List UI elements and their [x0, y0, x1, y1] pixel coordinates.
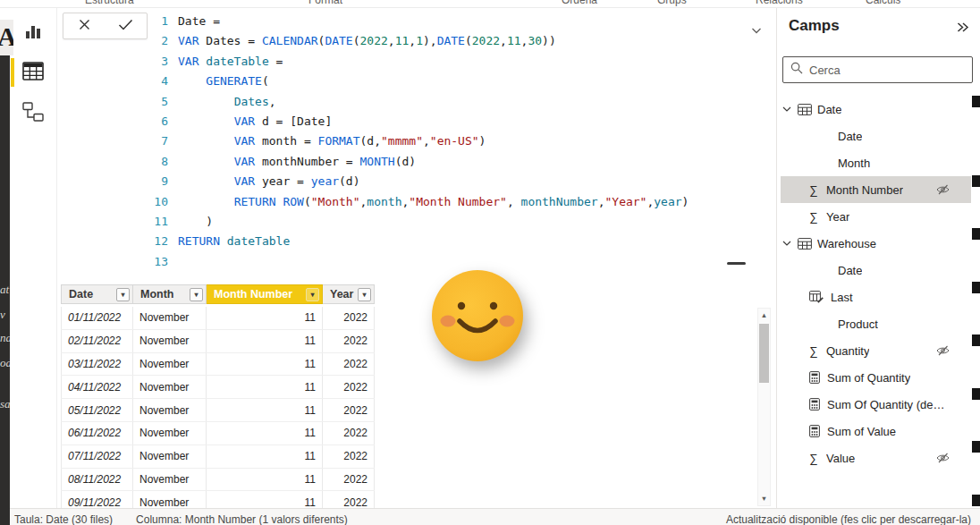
commit-button[interactable] — [106, 13, 148, 38]
field-item-value[interactable]: ∑Value — [781, 445, 971, 471]
table-cell: 11 — [207, 491, 323, 508]
search-input[interactable] — [809, 64, 967, 77]
status-table-info: Taula: Date (30 files) — [14, 513, 113, 525]
table-cell: 11 — [207, 445, 323, 468]
chevron-down-icon[interactable] — [751, 21, 762, 38]
line-number: 5 — [150, 92, 168, 112]
chevron-down-icon[interactable] — [782, 106, 793, 112]
field-item-year[interactable]: ∑Year — [781, 203, 971, 230]
table-cell: 11 — [207, 469, 323, 491]
table-body: 01/11/2022November11202202/11/2022Novemb… — [61, 307, 383, 508]
dax-editor[interactable]: 1Date =2VAR Dates = CALENDAR(DATE(2022,1… — [150, 12, 753, 271]
field-item-product[interactable]: Product — [781, 310, 971, 337]
indent — [781, 136, 838, 137]
table-row[interactable]: 09/11/2022November112022 — [61, 491, 375, 508]
line-number: 8 — [150, 152, 168, 172]
field-label: Quantity — [826, 344, 869, 358]
background-edge-mark — [972, 175, 980, 187]
field-item-month-number[interactable]: ∑Month Number — [781, 176, 971, 203]
model-view-button[interactable] — [10, 96, 56, 131]
field-group-date[interactable]: Date — [781, 96, 971, 123]
collapse-panel-button[interactable] — [956, 21, 969, 37]
table-cell: 2022 — [323, 307, 375, 329]
column-header-date[interactable]: Date▾ — [61, 284, 133, 304]
column-header-year[interactable]: Year▾ — [323, 284, 375, 304]
table-cell: 11 — [207, 307, 323, 329]
table-icon — [798, 104, 812, 115]
table-cell: 11 — [207, 330, 323, 352]
field-item-date[interactable]: Date — [781, 123, 971, 149]
smiley-emoji-overlay — [427, 267, 528, 367]
fields-panel-title: Camps — [789, 17, 840, 35]
hidden-eye-slash-icon[interactable] — [936, 345, 950, 356]
table-row[interactable]: 02/11/2022November112022 — [61, 330, 375, 353]
filter-dropdown-button[interactable]: ▾ — [306, 288, 319, 301]
sigma-icon: ∑ — [807, 183, 820, 197]
table-cell: November — [133, 491, 207, 508]
hidden-eye-slash-icon[interactable] — [936, 184, 950, 195]
field-label: Value — [826, 452, 855, 465]
table-row[interactable]: 08/11/2022November112022 — [61, 469, 375, 492]
field-item-last[interactable]: Last — [781, 284, 971, 310]
table-row[interactable]: 05/11/2022November112022 — [61, 399, 375, 422]
code-line: 9 VAR year = year(d) — [150, 172, 753, 191]
field-group-warehouse[interactable]: Warehouse — [781, 230, 971, 257]
code-line: 1Date = — [150, 12, 753, 31]
close-icon — [79, 18, 90, 34]
scroll-thumb[interactable] — [759, 324, 769, 383]
data-view-button[interactable] — [10, 55, 56, 90]
powerbi-data-view: EstructuraFormatOrdenaGrupsRelacionsCàlc… — [0, 0, 980, 525]
line-number: 13 — [150, 252, 168, 271]
code-line: 7 VAR month = FORMAT(d,"mmmm","en-US") — [150, 131, 753, 151]
column-header-month-number[interactable]: Month Number▾ — [207, 284, 323, 304]
formula-hscroll-thumb[interactable] — [727, 262, 746, 265]
field-item-sum-of-quantity-de[interactable]: Sum Of Quantity (de… — [781, 391, 971, 418]
table-header: Date▾Month▾Month Number▾Year▾ — [61, 284, 375, 304]
field-item-quantity[interactable]: ∑Quantity — [781, 337, 971, 364]
field-item-sum-of-value[interactable]: Sum of Value — [781, 418, 971, 445]
field-item-sum-of-quantity[interactable]: Sum of Quantity — [781, 364, 971, 391]
filter-dropdown-button[interactable]: ▾ — [358, 288, 371, 301]
cancel-button[interactable] — [63, 13, 106, 38]
table-cell: 01/11/2022 — [61, 307, 133, 329]
field-label: Sum of Quantity — [827, 371, 910, 385]
table-cell: 11 — [207, 422, 323, 445]
code-line: 4 GENERATE( — [150, 72, 753, 91]
chevron-down-icon[interactable] — [782, 241, 793, 246]
table-row[interactable]: 03/11/2022November112022 — [61, 353, 375, 377]
table-row[interactable]: 07/11/2022November112022 — [61, 445, 375, 469]
line-number: 6 — [150, 112, 168, 131]
filter-dropdown-button[interactable]: ▾ — [116, 288, 130, 301]
field-label: Sum of Value — [827, 425, 896, 438]
field-label: Product — [838, 318, 878, 331]
field-item-date[interactable]: Date — [781, 257, 971, 284]
code-line: 6 VAR d = [Date] — [150, 112, 753, 131]
table-icon — [798, 238, 812, 250]
table-scrollbar[interactable]: ▲ ▼ — [757, 308, 771, 506]
sigma-icon: ∑ — [807, 344, 820, 358]
hidden-eye-slash-icon[interactable] — [936, 453, 950, 463]
filter-dropdown-button[interactable]: ▾ — [190, 288, 203, 301]
report-view-button[interactable] — [10, 15, 56, 51]
background-text-fragment: od — [0, 356, 10, 370]
table-row[interactable]: 04/11/2022November112022 — [61, 376, 375, 399]
table-cell: 09/11/2022 — [61, 491, 133, 508]
indent — [781, 431, 809, 432]
background-edge-mark — [972, 282, 980, 293]
indent — [781, 270, 838, 271]
status-update-notice[interactable]: Actualització disponible (fes clic per d… — [726, 513, 971, 525]
table-row[interactable]: 06/11/2022November112022 — [61, 422, 375, 445]
ribbon-group-label: Grups — [657, 0, 687, 6]
indent — [781, 377, 809, 378]
line-number: 10 — [150, 192, 168, 212]
line-number: 7 — [150, 131, 168, 151]
search-box[interactable] — [782, 56, 973, 83]
scroll-up-button[interactable]: ▲ — [758, 309, 770, 322]
field-item-month[interactable]: Month — [781, 149, 971, 176]
double-chevron-right-icon — [956, 21, 969, 36]
ribbon-group-label: Relacions — [756, 0, 803, 6]
line-number: 1 — [150, 12, 168, 31]
column-header-month[interactable]: Month▾ — [133, 284, 207, 304]
table-row[interactable]: 01/11/2022November112022 — [61, 307, 375, 330]
scroll-down-button[interactable]: ▼ — [758, 492, 770, 505]
